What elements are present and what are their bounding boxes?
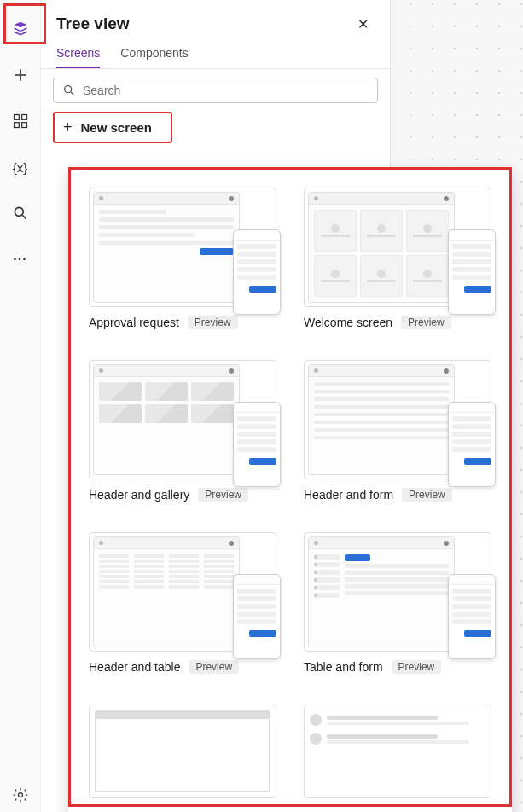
new-screen-button[interactable]: + New screen (53, 112, 172, 143)
settings-icon[interactable] (10, 792, 31, 812)
left-rail: {x} ··· (0, 0, 41, 812)
svg-point-6 (65, 86, 72, 93)
template-name: Header and table (89, 660, 180, 674)
preview-badge: Preview (401, 316, 451, 329)
panel-title: Tree view (56, 14, 130, 33)
template-thumbnail (304, 188, 491, 307)
tree-view-icon[interactable] (10, 19, 31, 39)
tab-components[interactable]: Components (120, 46, 188, 68)
template-tile[interactable]: Table and formPreview (304, 532, 491, 674)
variables-icon[interactable]: {x} (10, 157, 31, 177)
preview-badge: Preview (392, 660, 442, 674)
new-screen-gallery: Approval requestPreviewWelcome screenPre… (68, 167, 512, 812)
preview-badge: Preview (188, 316, 238, 329)
template-tile[interactable]: Approval requestPreview (89, 188, 276, 329)
template-thumbnail (304, 705, 491, 798)
template-tile[interactable] (89, 705, 276, 798)
template-name: Welcome screen (304, 316, 392, 329)
template-thumbnail (304, 360, 491, 479)
template-thumbnail (89, 360, 276, 479)
template-tile[interactable]: Header and galleryPreview (89, 360, 276, 502)
svg-rect-3 (21, 123, 26, 128)
search-box[interactable] (53, 78, 378, 103)
new-screen-label: New screen (81, 120, 152, 135)
template-name: Table and form (304, 660, 383, 674)
template-tile[interactable]: Header and tablePreview (89, 532, 276, 674)
template-tile[interactable]: Header and formPreview (304, 360, 491, 502)
gallery-scroll[interactable]: Approval requestPreviewWelcome screenPre… (68, 167, 512, 812)
plus-icon: + (63, 119, 73, 136)
more-icon[interactable]: ··· (10, 249, 31, 270)
preview-badge: Preview (402, 488, 452, 502)
search-icon (62, 84, 76, 97)
svg-point-5 (18, 793, 22, 798)
template-thumbnail (304, 532, 491, 652)
template-thumbnail (89, 188, 276, 307)
data-icon[interactable] (10, 111, 31, 131)
template-tile[interactable] (304, 705, 491, 798)
svg-rect-1 (21, 115, 26, 120)
panel-tabs: Screens Components (41, 41, 390, 69)
template-tile[interactable]: Welcome screenPreview (304, 188, 491, 329)
template-name: Header and gallery (89, 488, 189, 502)
template-name: Header and form (304, 488, 393, 502)
svg-rect-0 (14, 115, 19, 120)
svg-point-4 (15, 207, 23, 216)
template-thumbnail (89, 705, 276, 798)
preview-badge: Preview (198, 488, 248, 502)
close-panel-button[interactable]: ✕ (351, 12, 375, 36)
template-thumbnail (89, 532, 276, 652)
preview-badge: Preview (189, 660, 239, 674)
tab-screens[interactable]: Screens (56, 46, 100, 68)
search-input[interactable] (83, 84, 369, 97)
template-name: Approval request (89, 316, 179, 329)
insert-icon[interactable] (10, 65, 31, 85)
rail-search-icon[interactable] (10, 203, 31, 223)
svg-rect-2 (14, 123, 19, 128)
